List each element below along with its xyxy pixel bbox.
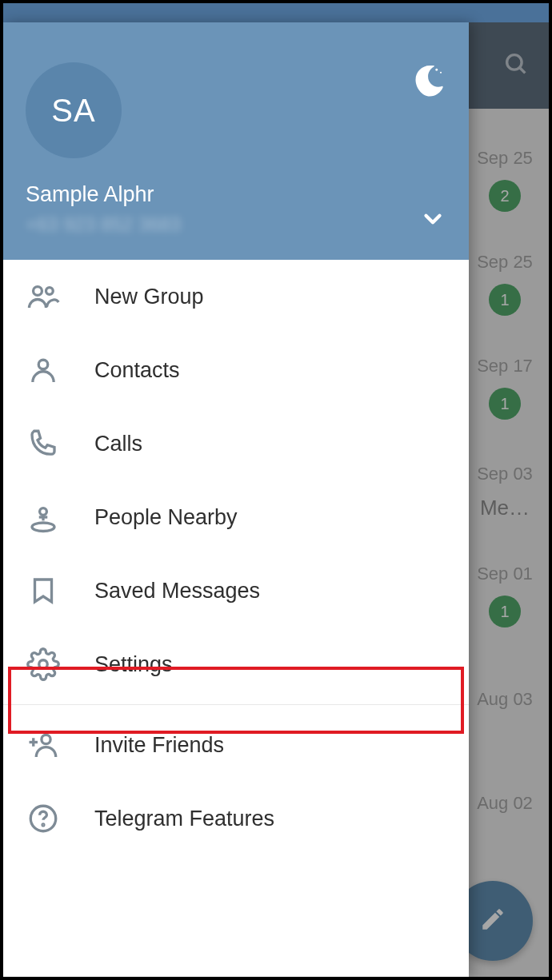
menu-label: New Group bbox=[94, 285, 204, 309]
svg-point-4 bbox=[34, 287, 42, 296]
avatar-initials: SA bbox=[51, 93, 95, 129]
expand-accounts-toggle[interactable] bbox=[419, 205, 446, 236]
gear-icon bbox=[26, 647, 61, 682]
divider bbox=[3, 704, 469, 705]
svg-point-2 bbox=[435, 69, 438, 71]
status-bar bbox=[3, 3, 549, 22]
menu-label: Contacts bbox=[94, 358, 180, 383]
menu-item-settings[interactable]: Settings bbox=[3, 627, 469, 701]
menu-label: Saved Messages bbox=[94, 579, 260, 604]
svg-point-8 bbox=[32, 523, 54, 532]
night-mode-toggle[interactable] bbox=[413, 66, 446, 102]
group-icon bbox=[26, 279, 61, 314]
svg-point-10 bbox=[42, 735, 50, 743]
svg-point-14 bbox=[42, 824, 44, 826]
menu-item-saved-messages[interactable]: Saved Messages bbox=[3, 554, 469, 627]
avatar[interactable]: SA bbox=[26, 62, 122, 158]
profile-name[interactable]: Sample Alphr bbox=[26, 182, 446, 207]
svg-point-6 bbox=[38, 360, 48, 369]
menu-label: Invite Friends bbox=[94, 733, 224, 758]
help-icon bbox=[26, 801, 61, 836]
menu-item-new-group[interactable]: New Group bbox=[3, 260, 469, 333]
menu-item-calls[interactable]: Calls bbox=[3, 407, 469, 480]
navigation-drawer: SA Sample Alphr +63 923 852 3683 New Gro… bbox=[3, 22, 469, 977]
menu-item-invite-friends[interactable]: Invite Friends bbox=[3, 708, 469, 782]
profile-phone: +63 923 852 3683 bbox=[26, 213, 446, 236]
menu-item-contacts[interactable]: Contacts bbox=[3, 333, 469, 407]
drawer-header: SA Sample Alphr +63 923 852 3683 bbox=[3, 22, 469, 260]
menu-label: People Nearby bbox=[94, 505, 238, 530]
svg-point-5 bbox=[46, 288, 54, 295]
bookmark-icon bbox=[26, 573, 61, 608]
menu-label: Telegram Features bbox=[94, 807, 274, 831]
menu-item-people-nearby[interactable]: People Nearby bbox=[3, 480, 469, 554]
svg-point-7 bbox=[40, 508, 47, 516]
people-nearby-icon bbox=[26, 500, 61, 535]
menu-label: Calls bbox=[94, 432, 142, 456]
svg-point-3 bbox=[440, 72, 442, 74]
add-person-icon bbox=[26, 727, 61, 763]
phone-icon bbox=[26, 426, 61, 461]
svg-point-9 bbox=[39, 660, 48, 669]
menu-list: New Group Contacts Calls People Nearby S… bbox=[3, 260, 469, 977]
menu-label: Settings bbox=[94, 652, 173, 677]
person-icon bbox=[26, 353, 61, 388]
menu-item-telegram-features[interactable]: Telegram Features bbox=[3, 782, 469, 855]
